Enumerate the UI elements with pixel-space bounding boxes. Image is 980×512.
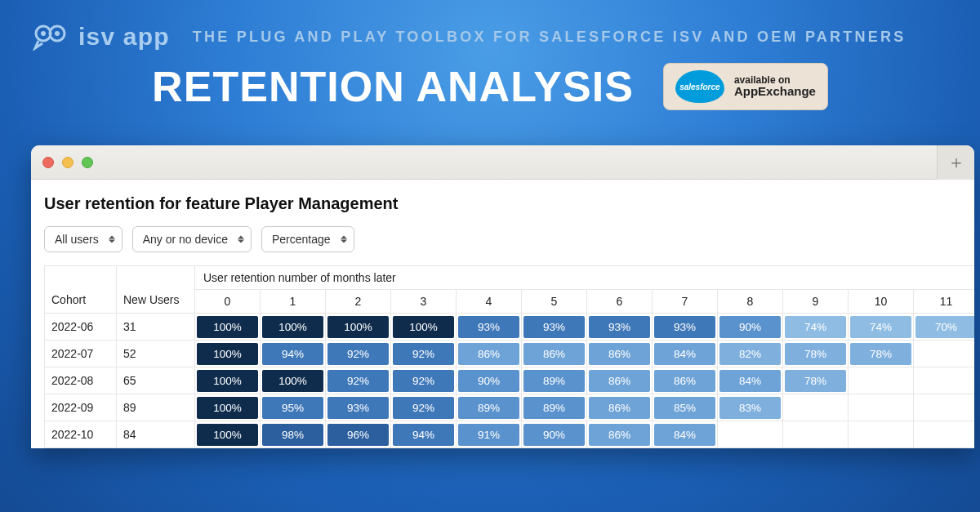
panel-title: User retention for feature Player Manage… [44, 194, 961, 213]
page-title: RETENTION ANALYSIS [152, 62, 634, 111]
retention-cell: 86% [587, 367, 653, 394]
retention-cell: 100% [261, 367, 326, 394]
logo-icon [33, 23, 70, 51]
hero-row: RETENTION ANALYSIS salesforce available … [0, 62, 980, 111]
cohort-cell: 2022-06 [45, 314, 117, 341]
retention-cell: 96% [326, 421, 391, 448]
retention-cell: 84% [653, 421, 718, 448]
month-header: 2 [326, 290, 391, 314]
retention-cell: 91% [457, 421, 522, 448]
retention-cell: 100% [195, 367, 261, 394]
table-row: 2022-0752100%94%92%92%86%86%86%84%82%78%… [45, 341, 975, 367]
table-row: 2022-0865100%100%92%92%90%89%86%86%84%78… [45, 367, 975, 394]
minimize-icon[interactable] [62, 157, 74, 168]
retention-cell: 89% [522, 394, 587, 421]
retention-cell: 92% [391, 367, 457, 394]
close-icon[interactable] [42, 157, 54, 168]
chevron-updown-icon [341, 236, 347, 243]
retention-cell: 100% [261, 314, 326, 341]
retention-cell [914, 394, 975, 421]
cohort-cell: 2022-10 [45, 421, 117, 448]
retention-cell: 100% [195, 394, 261, 421]
retention-cell: 94% [261, 341, 326, 367]
retention-cell [914, 421, 975, 448]
traffic-lights [42, 157, 93, 168]
retention-cell [849, 421, 914, 448]
retention-cell: 83% [718, 394, 783, 421]
retention-cell: 90% [522, 421, 587, 448]
retention-cell: 90% [457, 367, 522, 394]
zoom-icon[interactable] [82, 157, 93, 168]
retention-cell: 100% [391, 314, 457, 341]
retention-cell: 86% [587, 341, 653, 367]
new-users-cell: 52 [117, 341, 195, 367]
month-header: 10 [849, 290, 914, 314]
device-select[interactable]: Any or no device [132, 226, 252, 252]
retention-cell: 86% [653, 367, 718, 394]
months-group-header: User retention number of months later [195, 266, 975, 290]
retention-cell: 86% [457, 341, 522, 367]
brand-tagline: THE PLUG AND PLAY TOOLBOX FOR SALESFORCE… [193, 29, 906, 46]
retention-cell: 85% [653, 394, 718, 421]
retention-cell [914, 367, 975, 394]
retention-cell: 86% [587, 394, 653, 421]
retention-cell: 93% [653, 314, 718, 341]
appexchange-text: available on AppExchange [734, 75, 816, 98]
month-header: 9 [783, 290, 849, 314]
retention-cell: 92% [391, 341, 457, 367]
retention-cell: 74% [849, 314, 914, 341]
retention-cell: 74% [783, 314, 849, 341]
month-header: 0 [195, 290, 261, 314]
chevron-updown-icon [109, 236, 115, 243]
new-users-header: New Users [117, 266, 195, 314]
month-header: 7 [653, 290, 718, 314]
cohort-header: Cohort [45, 266, 117, 314]
appexchange-badge[interactable]: salesforce available on AppExchange [663, 63, 828, 110]
retention-cell: 92% [326, 367, 391, 394]
retention-cell [783, 394, 849, 421]
retention-cell: 78% [849, 341, 914, 367]
new-users-cell: 65 [117, 367, 195, 394]
mode-select[interactable]: Percentage [261, 226, 354, 252]
retention-cell: 92% [391, 394, 457, 421]
retention-cell: 82% [718, 341, 783, 367]
month-header: 8 [718, 290, 783, 314]
retention-cell: 100% [195, 314, 261, 341]
salesforce-cloud-icon: salesforce [675, 70, 724, 103]
app-window: ＋ User retention for feature Player Mana… [31, 145, 974, 448]
chevron-updown-icon [238, 236, 244, 243]
retention-cell: 90% [718, 314, 783, 341]
month-header: 3 [391, 290, 457, 314]
new-users-cell: 84 [117, 421, 195, 448]
cohort-cell: 2022-09 [45, 394, 117, 421]
svg-point-3 [55, 31, 60, 36]
retention-cell [783, 421, 849, 448]
brand-name: ISV app [78, 23, 170, 51]
month-header: 5 [522, 290, 587, 314]
retention-cell: 100% [326, 314, 391, 341]
retention-cell [849, 367, 914, 394]
users-select[interactable]: All users [44, 226, 122, 252]
retention-cell: 70% [914, 314, 975, 341]
window-chrome: ＋ [31, 145, 974, 180]
filters-row: All users Any or no device Percentage [44, 226, 961, 252]
table-row: 2022-1084100%98%96%94%91%90%86%84% [45, 421, 975, 448]
retention-cell: 84% [653, 341, 718, 367]
svg-point-2 [41, 31, 46, 36]
retention-cell: 93% [522, 314, 587, 341]
retention-cell: 78% [783, 367, 849, 394]
new-users-cell: 89 [117, 394, 195, 421]
month-header: 4 [457, 290, 522, 314]
cohort-cell: 2022-07 [45, 341, 117, 367]
retention-cell [718, 421, 783, 448]
table-row: 2022-0631100%100%100%100%93%93%93%93%90%… [45, 314, 975, 341]
new-tab-button[interactable]: ＋ [937, 145, 974, 180]
retention-cell: 95% [261, 394, 326, 421]
retention-cell: 93% [587, 314, 653, 341]
cohort-cell: 2022-08 [45, 367, 117, 394]
retention-cell: 86% [522, 341, 587, 367]
retention-cell: 78% [783, 341, 849, 367]
retention-cell: 98% [261, 421, 326, 448]
retention-cell: 89% [457, 394, 522, 421]
month-header: 6 [587, 290, 653, 314]
